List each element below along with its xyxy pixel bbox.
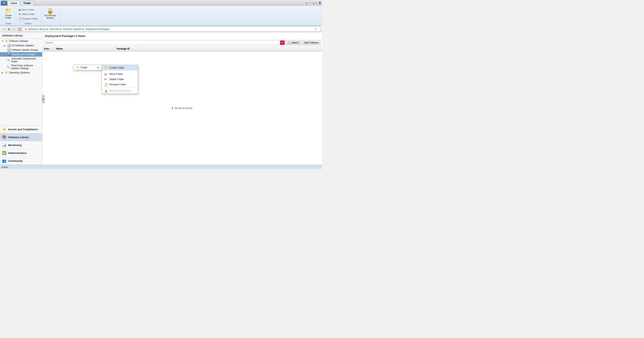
home-nav-icon[interactable]: 🏠 [17,27,22,31]
tab-home[interactable]: Home [8,1,20,6]
breadcrumb-dropdown-button[interactable]: ▾ [315,28,319,30]
submenu-set-security-label: Set Security Scopes [110,89,131,92]
expand-icon-os: ▶ [2,72,4,74]
create-folder-label: CreateFolder [5,14,12,19]
sidebar-label-all-sw: All Software Updates [12,44,34,47]
sidebar-item-software-update-groups[interactable]: 🔄 Software Update Groups [0,48,42,52]
help-button[interactable]: ? [310,2,310,4]
set-security-scopes-label: Set SecurityScopes [44,14,56,19]
nav-label-community: Community [8,159,22,162]
expand-icon-software-updates: ▼ [2,40,4,42]
breadcrumb-software-library[interactable]: Software Library [28,28,46,31]
folder-icon-software-updates: 📁 [5,40,8,43]
icon-tpc: 🔧 [7,65,10,69]
rename-folder-button[interactable]: 📋 Rename Folder [18,17,39,21]
icon-sug: 🔄 [7,48,11,52]
sidebar-label-software-updates: Software Updates [9,40,28,43]
context-menu-folder-label: Folder [80,66,88,69]
user-menu[interactable]: 👤 [318,2,321,4]
nav-icon-administration: ✅ [2,151,6,155]
set-security-sm-icon: 🔒 [104,89,108,92]
sidebar-label-adr: Automatic Deployment Rules [11,57,40,63]
context-menu-overlay[interactable]: 📁 Folder ▶ 📁 Create Folder 🗂 Move [42,32,322,165]
ribbon-group-create: 📁 CreateFolder Create [2,7,16,26]
create-folder-button[interactable]: 📁 CreateFolder [3,7,13,20]
icon-os: 📁 [5,71,8,74]
move-folder-label: Move Folder [22,9,34,11]
notification-bell[interactable]: 🔔 1 [312,2,317,4]
ribbon: 📁 CreateFolder Create 🗂 Move Folder ✕ De… [0,6,322,26]
ribbon-security-buttons: 🔒 Set SecurityScopes [43,7,57,20]
submenu-divider-1 [102,71,138,71]
submenu-item-rename-folder[interactable]: 📋 Rename Folder [102,82,138,87]
ribbon-group-create-label: Create [3,23,13,26]
submenu: 📁 Create Folder 🗂 Move Folder ✕ Delete F… [102,65,138,94]
sidebar-nav-section: ⭐ Assets and Compliance 📚 Software Libra… [0,125,42,165]
breadcrumb-sep-4: ▶ [83,28,84,31]
nav-item-software-library[interactable]: 📚 Software Library [0,133,42,141]
sidebar-title: Software Library [0,32,42,39]
sidebar-item-deployment-packages[interactable]: 📦 Deployment Packages [0,52,42,57]
delete-folder-sm-icon: ✕ [104,78,108,81]
folder-cm-icon: 📁 [76,66,79,69]
submenu-item-create-folder[interactable]: 📁 Create Folder [102,65,138,70]
content-area: Deployment Packages 0 items ✕ 🔍 Search A… [42,32,322,165]
sidebar-label-dp: Deployment Packages [12,53,36,56]
sidebar-item-software-updates[interactable]: ▼ 📁 Software Updates [0,39,42,43]
nav-label-administration: Administration [8,151,27,154]
set-security-scopes-icon: 🔒 [47,8,54,14]
move-folder-button[interactable]: 🗂 Move Folder [18,8,39,12]
sidebar-item-third-party-catalogs[interactable]: 🔧 Third-Party Software Update Catalogs [0,64,42,70]
ribbon-group-actions: 🗂 Move Folder ✕ Delete Folder 📋 Rename F… [16,7,42,26]
submenu-rename-folder-label: Rename Folder [110,83,126,86]
nav-dropdown-button[interactable]: ▾ [12,27,16,31]
context-menu-item-folder[interactable]: 📁 Folder ▶ 📁 Create Folder 🗂 Move [74,65,102,70]
submenu-item-move-folder[interactable]: 🗂 Move Folder [102,71,138,77]
ribbon-create-buttons: 📁 CreateFolder [3,7,13,20]
nav-item-assets-compliance[interactable]: ⭐ Assets and Compliance [0,125,42,133]
sidebar-item-all-software-updates[interactable]: ▶ 🔄 All Software Updates [0,43,42,48]
nav-item-administration[interactable]: ✅ Administration [0,149,42,157]
create-folder-sm-icon: 📁 [104,66,108,69]
submenu-item-delete-folder[interactable]: ✕ Delete Folder [102,77,138,82]
breadcrumb-sep-3: ▶ [60,28,62,31]
ribbon-group-security: 🔒 Set SecurityScopes [42,7,60,26]
breadcrumb-root[interactable]: \ [24,28,25,31]
move-folder-icon: 🗂 [18,8,21,11]
ribbon-tabs: ▾ Home Folder [1,0,34,6]
sidebar-tree: ▼ 📁 Software Updates ▶ 🔄 All Software Up… [0,39,42,125]
expand-icon-all-sw: ▶ [4,45,6,47]
title-bar-right: ▲ ? 🔔 1 👤 [306,2,321,4]
nav-item-community[interactable]: 👥 Community [0,157,42,165]
sidebar-item-auto-deploy-rules[interactable]: 🔧 Automatic Deployment Rules [0,57,42,64]
app-menu-button[interactable]: ▾ [1,1,7,6]
rename-folder-sm-icon: 📋 [104,83,108,86]
breadcrumb-deployment-packages[interactable]: Deployment Packages [86,28,110,31]
breadcrumb-software-updates[interactable]: Software Updates [63,28,82,31]
status-text: Ready [2,166,8,168]
ribbon-group-security-label [43,25,57,26]
nav-icon-assets: ⭐ [2,127,6,131]
sidebar-item-operating-systems[interactable]: ▶ 📁 Operating Systems [0,70,42,75]
status-bar: Ready [0,165,322,169]
tab-folder[interactable]: Folder [20,1,34,6]
submenu-arrow-icon: ▶ [98,66,99,69]
nav-icon-software-library: 📚 [2,135,6,139]
delete-folder-icon: ✕ [18,13,21,16]
delete-folder-button[interactable]: ✕ Delete Folder [18,12,39,16]
set-security-scopes-button[interactable]: 🔒 Set SecurityScopes [43,7,57,20]
nav-label-monitoring: Monitoring [8,144,22,147]
title-bar: ▾ Home Folder ▲ ? 🔔 1 👤 [0,0,322,6]
icon-adr: 🔧 [7,58,10,62]
back-button[interactable]: ◀ [2,27,6,31]
nav-item-monitoring[interactable]: 📊 Monitoring [0,141,42,149]
rename-folder-icon: 📋 [18,17,22,20]
nav-icon-monitoring: 📊 [2,143,6,147]
submenu-move-folder-label: Move Folder [110,73,123,75]
submenu-item-set-security-scopes: 🔒 Set Security Scopes [102,88,138,93]
forward-button[interactable]: ▶ [7,27,11,31]
ribbon-action-buttons: 🗂 Move Folder ✕ Delete Folder 📋 Rename F… [18,7,39,21]
breadcrumb-overview[interactable]: Overview [49,28,59,31]
submenu-delete-folder-label: Delete Folder [110,78,124,81]
sidebar-label-os: Operating Systems [9,71,30,74]
